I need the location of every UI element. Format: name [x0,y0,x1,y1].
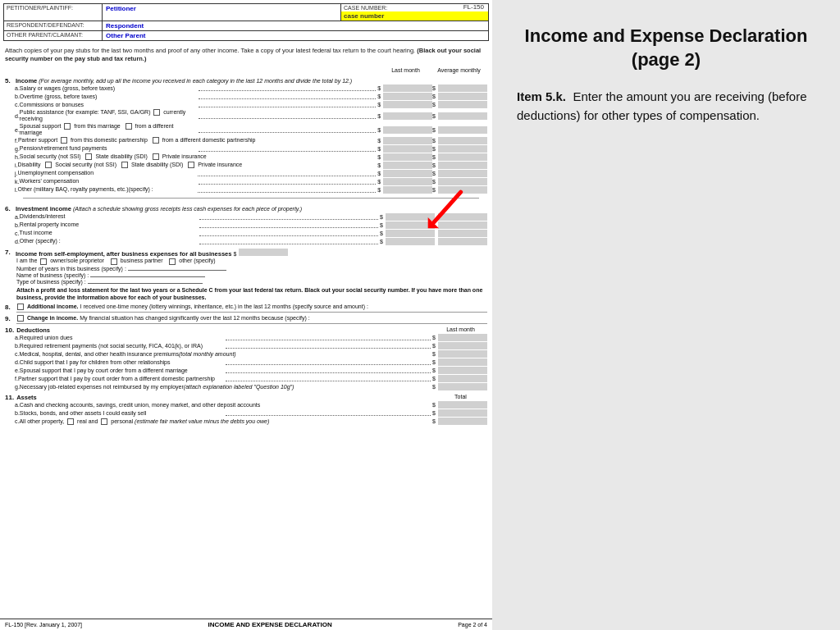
right-panel: Income and Expense Declaration (page 2) … [492,0,840,630]
section10-item-c: c. Medical, hospital, dental, and other … [5,350,487,358]
section6-desc: (Attach a schedule showing gross receipt… [73,206,302,212]
footer-center: INCOME AND EXPENSE DECLARATION [208,621,332,628]
section7-years: Number of years in this business (specif… [5,266,487,272]
section5-item-c: c. Commissions or bonuses $ $ [5,101,487,109]
section6-item-b: b. Rental property income $ [5,221,487,229]
section5-item-j: j. Unemployment compensation $ $ [5,169,487,177]
section7-type: Type of business (specify) : [5,279,487,285]
section5-col-headers: Last month Average monthly [5,67,487,74]
section6-num: 6. [5,205,13,212]
section6-item-a: a. Dividends/interest $ [5,212,487,221]
form-body: Last month Average monthly 5. Income (Fo… [0,66,492,427]
section5-title: Income [16,77,37,84]
right-panel-item-label: Item 5.k. [517,89,566,103]
section7-num: 7. [5,249,13,256]
section5-item-f: f. Partner support from this domestic pa… [5,136,487,144]
section8-num: 8. [5,304,13,311]
section11-item-c: c. All other property, real and personal… [5,418,487,426]
section11-item-a: a. Cash and checking accounts, savings, … [5,401,487,409]
section9-line [5,323,487,324]
section10-title: Deductions [16,326,50,334]
section10-item-d: d. Child support that I pay for children… [5,358,487,367]
section11-title: Assets [16,394,37,401]
section5-item-d: d. Public assistance (for example: TANF,… [5,109,487,123]
section5-item-g: g. Pension/retirement fund payments $ $ [5,144,487,153]
section10-item-e: e. Spousal support that I pay by court o… [5,367,487,375]
case-number: case number [341,11,488,21]
form-container: FL-150 PETITIONER/PLAINTIFF: Petitioner … [0,0,492,630]
section9-title: Change in income. [27,315,78,321]
section11-header: 11. Assets Total [5,394,487,401]
section5-item-b: b. Overtime (gross, before taxes) $ $ [5,93,487,101]
other-parent-label: OTHER PARENT/CLAIMANT: [4,31,103,40]
section6-item-d: d. Other (specify) : $ [5,237,487,245]
section7-header: 7. Income from self-employment, after bu… [5,249,487,258]
section7-desc: I am the owner/sole proprietor business … [5,258,487,264]
page-footer: FL-150 [Rev. January 1, 2007] INCOME AND… [0,619,492,630]
section11-num: 11. [5,394,14,401]
section5-item-k: k. Workers' compensation $ $ [5,177,487,185]
section9-num: 9. [5,315,13,322]
fl-number: FL-150 [463,3,484,11]
section11-col1: Total [434,394,487,399]
right-panel-description: Item 5.k. Enter the amount you are recei… [517,88,815,125]
section10-item-f: f. Partner support that I pay by court o… [5,375,487,383]
respondent-value: Respondent [103,21,488,30]
form-header: PETITIONER/PLAINTIFF: Petitioner CASE NU… [3,3,489,41]
section10-header: 10. Deductions Last month [5,326,487,334]
col-header-last-month: Last month [379,67,432,74]
footer-left: FL-150 [Rev. January 1, 2007] [5,622,82,628]
section5-num: 5. [5,77,13,84]
section5-item-l: l. Other (military BAQ, royalty payments… [5,185,487,194]
section5-item-h: h. Social security (not SSI) State disab… [5,153,487,161]
section5-desc: (For average monthly, add up all the inc… [39,78,352,84]
petitioner-value: Petitioner [103,4,340,21]
section8-header: 8. Additional income. I received one-tim… [5,304,487,311]
petitioner-label: PETITIONER/PLAINTIFF: [4,4,103,21]
respondent-label: RESPONDENT/DEFENDANT: [4,21,103,30]
section5-item-i: i. Disability Social security (not SSI) … [5,161,487,169]
section6-title: Investment income [16,205,71,212]
section8-line [5,312,487,313]
section9-desc: My financial situation has changed signi… [80,315,310,321]
svg-line-0 [433,192,460,222]
section10-num: 10. [5,326,14,334]
section5-item-a: a. Salary or wages (gross, before taxes)… [5,84,487,93]
section10-item-g: g. Necessary job-related expenses not re… [5,383,487,391]
section10-col1: Last month [434,326,487,332]
section6-header: 6. Investment income (Attach a schedule … [5,205,487,212]
instructions: Attach copies of your pay stubs for the … [0,44,492,66]
section7-name: Name of business (specify) : [5,272,487,278]
section5-specifyline [5,194,487,202]
right-panel-title: Income and Expense Declaration (page 2) [517,25,815,71]
section6-item-c: c. Trust income $ [5,229,487,237]
red-arrow-indicator [427,189,468,230]
section11-item-b: b. Stocks, bonds, and other assets I cou… [5,409,487,418]
section8-title: Additional income. [27,304,79,309]
section7-title: Income from self-employment, after busin… [16,250,231,258]
footer-right: Page 2 of 4 [458,622,487,628]
section5-header: 5. Income (For average monthly, add up a… [5,77,487,84]
section10-item-a: a. Required union dues $ [5,334,487,342]
section5-item-e: e. Spousal support from this marriage fr… [5,123,487,137]
section9-header: 9. Change in income. My financial situat… [5,315,487,322]
section7-attach: Attach a profit and loss statement for t… [5,286,487,301]
col-header-avg-monthly: Average monthly [432,67,486,74]
other-parent-value: Other Parent [103,31,488,40]
section10-item-b: b. Required retirement payments (not soc… [5,342,487,350]
section8-desc: I received one-time money (lottery winni… [80,304,368,309]
